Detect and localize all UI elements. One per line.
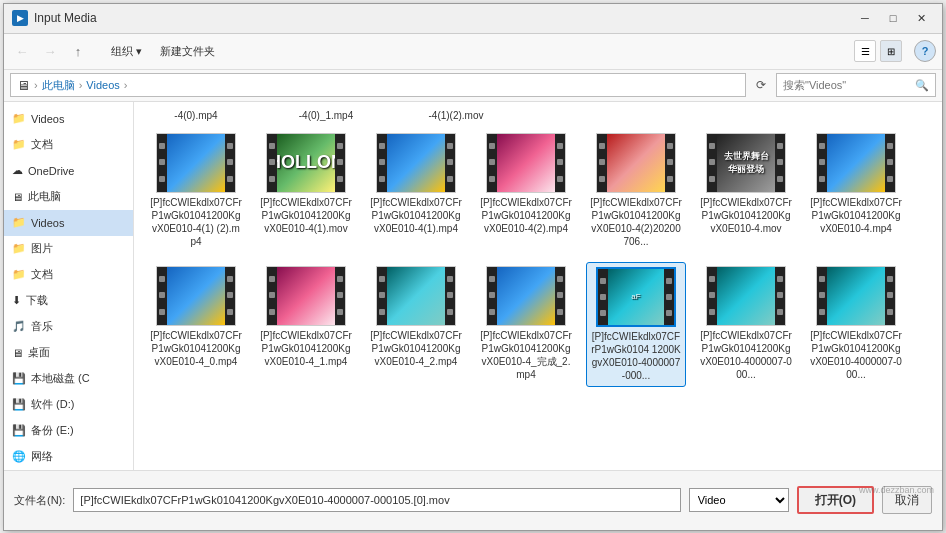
filename-input[interactable]	[73, 488, 680, 512]
list-item[interactable]: [P]fcCWIEkdlx07CFrP1wGk01041200KgvX0E010…	[476, 129, 576, 252]
list-item[interactable]: -4(0).mp4	[146, 110, 246, 121]
sidebar-item-videos2[interactable]: 📁 Videos	[4, 210, 133, 236]
title-bar-buttons: ─ □ ✕	[852, 8, 934, 28]
search-input[interactable]	[783, 79, 911, 91]
refresh-button[interactable]: ⟳	[750, 74, 772, 96]
file-type-dropdown[interactable]: Video	[689, 488, 789, 512]
dialog-window: ▶ Input Media ─ □ ✕ ← → ↑ 组织 ▾ 新建文件夹 ☰ ⊞…	[3, 3, 943, 531]
sidebar-item-videos[interactable]: 📁 Videos	[4, 106, 133, 132]
desktop-icon: 🖥	[12, 347, 23, 359]
list-item[interactable]: [P]fcCWIEkdlx07CFrP1wGk01041200KgvX0E010…	[366, 262, 466, 387]
search-icon: 🔍	[915, 79, 929, 92]
sidebar-item-onedrive[interactable]: ☁ OneDrive	[4, 158, 133, 184]
sidebar-item-documents[interactable]: 📁 文档	[4, 132, 133, 158]
list-item[interactable]: [P]fcCWIEkdlx07CFrP1wGk01041200KgvX0E010…	[146, 262, 246, 387]
drive-icon: 💾	[12, 424, 26, 437]
file-area: -4(0).mp4 -4(0)_1.mp4 -4(1)(2).mov	[134, 102, 942, 470]
list-item[interactable]: [P]fcCWIEkdlx07CFrP1wGk01041200KgvX0E010…	[696, 262, 796, 387]
list-item[interactable]: -4(1)(2).mov	[406, 110, 506, 121]
sidebar-item-backup[interactable]: 💾 备份 (E:)	[4, 418, 133, 444]
title-bar-left: ▶ Input Media	[12, 10, 97, 26]
list-item[interactable]: HOLLON [P]fcCWIEkdlx07CFrP1wGk01041200Kg…	[256, 129, 356, 252]
toolbar: ← → ↑ 组织 ▾ 新建文件夹 ☰ ⊞ ?	[4, 34, 942, 70]
address-bar: 🖥 › 此电脑 › Videos › ⟳ 🔍	[4, 70, 942, 102]
folder-icon: 📁	[12, 138, 26, 151]
list-item[interactable]: 去世界舞台华丽登场 [P]fcCWIEkdlx07CFrP1wGk0104120…	[696, 129, 796, 252]
bottom-bar: 文件名(N): Video 打开(O) 取消	[4, 470, 942, 530]
file-grid-row2: [P]fcCWIEkdlx07CFrP1wGk01041200KgvX0E010…	[142, 262, 934, 387]
list-item[interactable]: [P]fcCWIEkdlx07CFrP1wGk01041200KgvX0E010…	[256, 262, 356, 387]
view-grid-button[interactable]: ⊞	[880, 40, 902, 62]
address-videos[interactable]: Videos	[86, 79, 119, 91]
organize-button[interactable]: 组织 ▾	[104, 39, 149, 63]
sidebar-item-documents2[interactable]: 📁 文档	[4, 262, 133, 288]
filename-label: 文件名(N):	[14, 493, 65, 508]
sidebar: 📁 Videos 📁 文档 ☁ OneDrive 🖥 此电脑 📁 Videos …	[4, 102, 134, 470]
up-button[interactable]: ↑	[66, 39, 90, 63]
watermark: www.dezzban.com	[859, 485, 934, 495]
forward-button[interactable]: →	[38, 39, 62, 63]
folder-icon: 📁	[12, 112, 26, 125]
title-bar: ▶ Input Media ─ □ ✕	[4, 4, 942, 34]
address-icon: 🖥	[17, 78, 30, 93]
view-list-button[interactable]: ☰	[854, 40, 876, 62]
drive-icon: 💾	[12, 398, 26, 411]
cloud-icon: ☁	[12, 164, 23, 177]
search-box[interactable]: 🔍	[776, 73, 936, 97]
maximize-button[interactable]: □	[880, 8, 906, 28]
address-computer[interactable]: 此电脑	[42, 78, 75, 93]
sidebar-item-music[interactable]: 🎵 音乐	[4, 314, 133, 340]
file-grid-row1: [P]fcCWIEkdlx07CFrP1wGk01041200KgvX0E010…	[142, 129, 934, 252]
music-icon: 🎵	[12, 320, 26, 333]
list-item-selected[interactable]: aF [P]fcCWIEkdlx07CFrP1wGk0104 1200KgvX0…	[586, 262, 686, 387]
pc-icon: 🖥	[12, 191, 23, 203]
list-item[interactable]: [P]fcCWIEkdlx07CFrP1wGk01041200KgvX0E010…	[146, 129, 246, 252]
download-icon: ⬇	[12, 294, 21, 307]
sidebar-item-network[interactable]: 🌐 网络	[4, 444, 133, 470]
close-button[interactable]: ✕	[908, 8, 934, 28]
sidebar-item-pictures[interactable]: 📁 图片	[4, 236, 133, 262]
main-area: 📁 Videos 📁 文档 ☁ OneDrive 🖥 此电脑 📁 Videos …	[4, 102, 942, 470]
list-item[interactable]: -4(0)_1.mp4	[276, 110, 376, 121]
folder-icon: 📁	[12, 216, 26, 229]
back-button[interactable]: ←	[10, 39, 34, 63]
sidebar-item-software[interactable]: 💾 软件 (D:)	[4, 392, 133, 418]
folder-icon: 📁	[12, 268, 26, 281]
new-folder-button[interactable]: 新建文件夹	[153, 39, 222, 63]
folder-icon: 📁	[12, 242, 26, 255]
app-icon: ▶	[12, 10, 28, 26]
partial-files-row: -4(0).mp4 -4(0)_1.mp4 -4(1)(2).mov	[142, 110, 934, 121]
network-icon: 🌐	[12, 450, 26, 463]
list-item[interactable]: [P]fcCWIEkdlx07CFrP1wGk01041200KgvX0E010…	[586, 129, 686, 252]
address-path: 🖥 › 此电脑 › Videos ›	[10, 73, 746, 97]
list-item[interactable]: [P]fcCWIEkdlx07CFrP1wGk01041200KgvX0E010…	[806, 262, 906, 387]
sidebar-item-downloads[interactable]: ⬇ 下载	[4, 288, 133, 314]
minimize-button[interactable]: ─	[852, 8, 878, 28]
list-item[interactable]: [P]fcCWIEkdlx07CFrP1wGk01041200KgvX0E010…	[806, 129, 906, 252]
drive-icon: 💾	[12, 372, 26, 385]
list-item[interactable]: [P]fcCWIEkdlx07CFrP1wGk01041200KgvX0E010…	[476, 262, 576, 387]
list-item[interactable]: [P]fcCWIEkdlx07CFrP1wGk01041200KgvX0E010…	[366, 129, 466, 252]
sidebar-item-desktop[interactable]: 🖥 桌面	[4, 340, 133, 366]
sidebar-item-thispc[interactable]: 🖥 此电脑	[4, 184, 133, 210]
help-button[interactable]: ?	[914, 40, 936, 62]
dialog-title: Input Media	[34, 11, 97, 25]
sidebar-item-localdisk[interactable]: 💾 本地磁盘 (C	[4, 366, 133, 392]
